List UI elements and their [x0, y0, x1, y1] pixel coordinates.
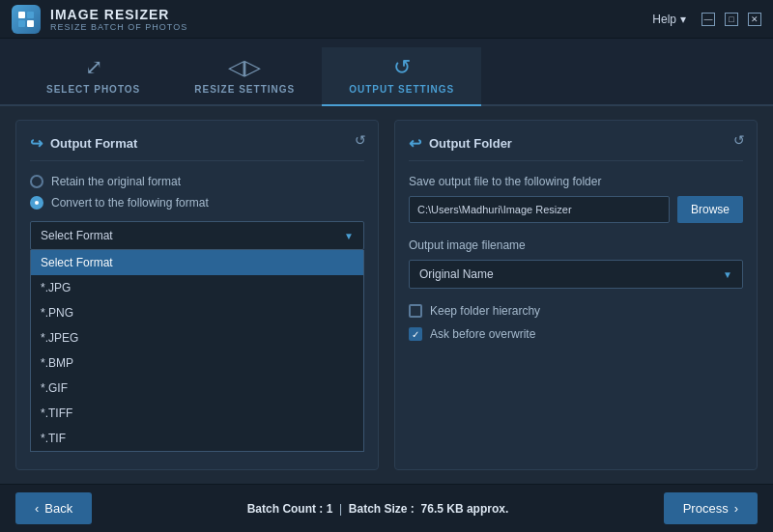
format-dropdown-value: Select Format — [41, 229, 113, 242]
process-label: Process — [683, 501, 729, 516]
resize-settings-icon: ◁▷ — [228, 55, 261, 80]
filename-dropdown-arrow-icon: ▼ — [723, 269, 732, 280]
tab-output-settings[interactable]: ↺ OUTPUT SETTINGS — [322, 47, 481, 106]
output-format-panel: ↪ Output Format ↺ Retain the original fo… — [15, 120, 379, 470]
format-option-1[interactable]: *.JPG — [31, 275, 363, 300]
ask-overwrite-checkbox[interactable]: ✓ — [409, 327, 422, 341]
convert-format-radio[interactable] — [30, 196, 43, 210]
close-button[interactable]: ✕ — [748, 13, 761, 26]
format-radio-group: Retain the original format Convert to th… — [30, 175, 364, 210]
format-option-5[interactable]: *.GIF — [31, 376, 363, 401]
help-label: Help — [652, 13, 676, 26]
filename-label: Output image filename — [409, 238, 743, 252]
output-format-title: ↪ Output Format — [30, 134, 364, 161]
format-dropdown[interactable]: Select Format ▼ — [30, 221, 364, 250]
window-controls: — □ ✕ — [701, 13, 761, 26]
tab-select-photos[interactable]: ⤢ SELECT PHOTOS — [19, 47, 167, 106]
retain-format-option[interactable]: Retain the original format — [30, 175, 364, 188]
retain-format-label: Retain the original format — [51, 175, 181, 188]
back-label: Back — [44, 501, 72, 516]
help-button[interactable]: Help ▾ — [652, 13, 686, 26]
format-dropdown-arrow-icon: ▼ — [344, 231, 354, 241]
keep-hierarchy-checkbox[interactable] — [409, 304, 422, 318]
output-format-refresh-button[interactable]: ↺ — [355, 132, 366, 148]
tab-resize-settings[interactable]: ◁▷ RESIZE SETTINGS — [167, 47, 322, 106]
tab-resize-settings-label: RESIZE SETTINGS — [194, 84, 295, 95]
tabs-bar: ⤢ SELECT PHOTOS ◁▷ RESIZE SETTINGS ↺ OUT… — [0, 39, 773, 106]
app-title-group: IMAGE RESIZER RESIZE BATCH OF PHOTOS — [50, 7, 187, 32]
convert-format-option[interactable]: Convert to the following format — [30, 196, 364, 210]
title-bar: IMAGE RESIZER RESIZE BATCH OF PHOTOS Hel… — [0, 0, 773, 39]
format-option-0[interactable]: Select Format — [31, 250, 363, 275]
batch-count-prefix: Batch Count : — [247, 502, 324, 516]
process-button[interactable]: Process › — [664, 492, 758, 524]
checkbox-group: Keep folder hierarchy ✓ Ask before overw… — [409, 304, 743, 341]
app-logo — [12, 5, 41, 34]
output-folder-icon: ↩ — [409, 134, 421, 153]
svg-rect-2 — [18, 20, 25, 27]
output-settings-icon: ↺ — [393, 55, 411, 80]
footer: ‹ Back Batch Count : 1 | Batch Size : 76… — [0, 484, 773, 532]
convert-format-label: Convert to the following format — [51, 196, 209, 210]
folder-input-row: Browse — [409, 196, 743, 223]
format-option-6[interactable]: *.TIFF — [31, 401, 363, 426]
format-option-3[interactable]: *.JPEG — [31, 325, 363, 350]
select-photos-icon: ⤢ — [85, 55, 102, 80]
app-subtitle: RESIZE BATCH OF PHOTOS — [50, 22, 187, 32]
main-content: ↪ Output Format ↺ Retain the original fo… — [0, 106, 773, 484]
format-dropdown-container: Select Format ▼ Select Format *.JPG *.PN… — [30, 221, 364, 250]
format-option-7[interactable]: *.TIF — [31, 426, 363, 451]
filename-dropdown[interactable]: Original Name ▼ — [409, 260, 743, 289]
footer-info: Batch Count : 1 | Batch Size : 76.5 KB a… — [247, 502, 509, 516]
batch-count-value: 1 — [327, 502, 333, 516]
folder-path-input[interactable] — [409, 196, 670, 223]
svg-rect-1 — [27, 12, 34, 18]
keep-hierarchy-label: Keep folder hierarchy — [430, 304, 540, 318]
retain-format-radio[interactable] — [30, 175, 43, 188]
batch-size-prefix: Batch Size : — [349, 502, 415, 516]
back-chevron-icon: ‹ — [35, 501, 39, 516]
output-folder-title: ↩ Output Folder — [409, 134, 743, 161]
svg-rect-3 — [27, 20, 34, 27]
help-chevron-icon: ▾ — [680, 13, 686, 26]
tab-select-photos-label: SELECT PHOTOS — [46, 84, 140, 95]
output-folder-panel: ↩ Output Folder ↺ Save output file to th… — [394, 120, 758, 470]
svg-rect-0 — [18, 12, 25, 18]
output-format-label: Output Format — [50, 136, 137, 151]
keep-hierarchy-option[interactable]: Keep folder hierarchy — [409, 304, 743, 318]
ask-overwrite-option[interactable]: ✓ Ask before overwrite — [409, 327, 743, 341]
title-bar-right: Help ▾ — □ ✕ — [652, 13, 761, 26]
output-folder-refresh-button[interactable]: ↺ — [733, 132, 745, 148]
back-button[interactable]: ‹ Back — [15, 492, 92, 524]
filename-dropdown-value: Original Name — [419, 267, 494, 281]
title-bar-left: IMAGE RESIZER RESIZE BATCH OF PHOTOS — [12, 5, 187, 34]
format-option-4[interactable]: *.BMP — [31, 350, 363, 376]
ask-overwrite-label: Ask before overwrite — [430, 327, 535, 341]
batch-size-value: 76.5 KB approx. — [421, 502, 509, 516]
format-option-2[interactable]: *.PNG — [31, 300, 363, 325]
output-format-icon: ↪ — [30, 134, 43, 153]
browse-button[interactable]: Browse — [677, 196, 743, 223]
maximize-button[interactable]: □ — [725, 13, 738, 26]
tab-output-settings-label: OUTPUT SETTINGS — [349, 84, 454, 95]
save-folder-label: Save output file to the following folder — [409, 175, 743, 188]
minimize-button[interactable]: — — [701, 13, 715, 26]
output-folder-label: Output Folder — [429, 136, 512, 151]
format-dropdown-list: Select Format *.JPG *.PNG *.JPEG *.BMP *… — [30, 250, 364, 452]
app-title: IMAGE RESIZER — [50, 7, 187, 22]
process-chevron-icon: › — [734, 501, 738, 516]
